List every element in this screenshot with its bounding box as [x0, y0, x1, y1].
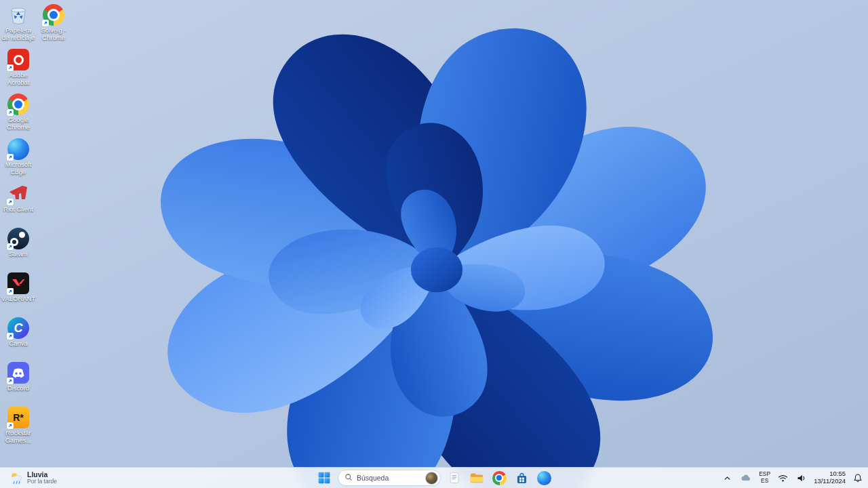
system-tray: ESP ES 10:55 13/11/2024: [722, 468, 864, 488]
desktop-icon-discord[interactable]: Discord: [1, 362, 35, 403]
discord-icon: [7, 362, 29, 384]
desktop-icon-valorant[interactable]: VALORANT: [1, 272, 35, 314]
search-icon: [344, 472, 353, 484]
tray-chevron-up-button[interactable]: [722, 472, 733, 484]
shortcut-arrow-icon: [42, 20, 49, 26]
canva-icon: C: [7, 317, 29, 339]
weather-detail: Por la tarde: [27, 479, 57, 485]
taskbar-app-file-explorer[interactable]: [468, 469, 486, 487]
windows-logo-icon: [317, 470, 332, 485]
desktop-icon-label: Canva: [9, 340, 27, 348]
desktop-icon-canva[interactable]: C Canva: [1, 317, 35, 359]
desktop-icon-label: Solveig - Chrome: [37, 27, 71, 41]
shortcut-arrow-icon: [7, 109, 14, 116]
bell-icon: [853, 473, 863, 483]
file-explorer-icon: [469, 470, 484, 485]
adobe-acrobat-icon: [7, 49, 29, 70]
desktop-icon-label: Rockstar Games...: [1, 430, 35, 444]
google-chrome-icon: [7, 94, 29, 115]
shortcut-arrow-icon: [7, 64, 14, 71]
rockstar-games-icon: R*: [7, 407, 29, 428]
wifi-icon: [778, 474, 788, 483]
search-placeholder: Búsqueda: [357, 474, 421, 482]
date-text: 13/11/2024: [814, 478, 846, 485]
weather-icon: [9, 471, 23, 485]
chevron-up-icon: [723, 474, 732, 483]
riot-client-icon: [7, 183, 29, 205]
taskbar-search[interactable]: Búsqueda: [338, 470, 441, 486]
microsoft-store-icon: [514, 470, 529, 485]
desktop-icon-label: Papelera de reciclaje: [1, 27, 35, 41]
tray-onedrive-button[interactable]: [739, 472, 753, 483]
keyboard-layout: ES: [761, 478, 768, 485]
shortcut-arrow-icon: [7, 154, 14, 161]
desktop-wallpaper: Papelera de reciclaje Adobe Acrobat Goog…: [0, 0, 868, 488]
desktop-icon-label: Adobe Acrobat: [1, 72, 35, 86]
taskbar-app-edge[interactable]: [535, 469, 553, 487]
shortcut-arrow-icon: [7, 243, 14, 250]
start-button[interactable]: [315, 469, 333, 487]
network-button[interactable]: [776, 472, 789, 484]
taskbar-app-microsoft-store[interactable]: [513, 469, 530, 487]
onedrive-cloud-icon: [741, 474, 751, 482]
search-daily-image[interactable]: [425, 472, 438, 485]
volume-button[interactable]: [795, 472, 808, 484]
clock[interactable]: 10:55 13/11/2024: [814, 470, 846, 485]
google-chrome-icon: [492, 470, 507, 485]
desktop-icon-label: Riot Client: [3, 206, 33, 214]
shortcut-arrow-icon: [7, 333, 14, 340]
desktop-icon-label: Microsoft Edge: [1, 161, 35, 176]
desktop-icon-label: Steam: [9, 251, 27, 258]
desktop-icon-label: Discord: [7, 385, 29, 392]
desktop-icon-microsoft-edge[interactable]: Microsoft Edge: [1, 138, 35, 180]
speaker-icon: [797, 474, 806, 483]
notifications-button[interactable]: [852, 472, 864, 484]
taskbar-center: Búsqueda: [315, 468, 553, 488]
taskbar-app-document[interactable]: [446, 469, 463, 487]
document-app-icon: [447, 470, 462, 485]
steam-icon: [7, 228, 29, 249]
desktop-icon-label: VALORANT: [1, 296, 36, 303]
desktop-icon-label: Google Chrome: [1, 117, 35, 131]
desktop-icon-riot-client[interactable]: Riot Client: [1, 183, 35, 224]
shortcut-arrow-icon: [7, 288, 14, 295]
desktop-icon-grid-col2: Solveig - Chrome: [37, 4, 71, 45]
weather-widget[interactable]: Lluvia Por la tarde: [4, 468, 62, 488]
taskbar: Lluvia Por la tarde Búsqueda: [0, 467, 868, 488]
shortcut-arrow-icon: [7, 422, 14, 429]
microsoft-edge-icon: [536, 470, 551, 485]
desktop-icon-recycle-bin[interactable]: Papelera de reciclaje: [1, 4, 35, 45]
language-indicator[interactable]: ESP ES: [759, 471, 770, 484]
desktop-icon-solveig-chrome[interactable]: Solveig - Chrome: [37, 4, 71, 45]
desktop-icon-rockstar-games[interactable]: R* Rockstar Games...: [1, 407, 35, 448]
desktop-icon-adobe-acrobat[interactable]: Adobe Acrobat: [1, 49, 35, 90]
microsoft-edge-icon: [7, 138, 29, 160]
shortcut-arrow-icon: [7, 199, 14, 205]
desktop-icon-grid: Papelera de reciclaje Adobe Acrobat Goog…: [1, 4, 35, 448]
shortcut-arrow-icon: [7, 378, 14, 384]
valorant-icon: [7, 272, 29, 294]
desktop-icon-steam[interactable]: Steam: [1, 228, 35, 269]
windows-bloom-wallpaper: [0, 0, 868, 488]
google-chrome-icon: [43, 4, 64, 26]
recycle-bin-icon: [7, 4, 29, 26]
taskbar-app-chrome[interactable]: [490, 469, 508, 487]
desktop-icon-google-chrome[interactable]: Google Chrome: [1, 94, 35, 135]
